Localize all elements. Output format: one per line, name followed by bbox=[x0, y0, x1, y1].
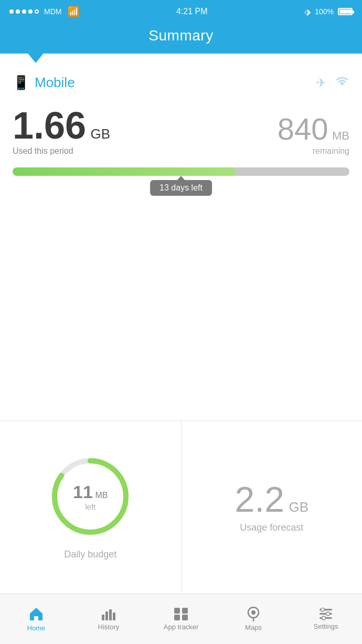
nav-item-app-tracker[interactable]: App tracker bbox=[145, 607, 217, 631]
battery-icon bbox=[338, 8, 353, 15]
nav-label-maps: Maps bbox=[245, 624, 262, 631]
wifi-status-icon: 📶 bbox=[68, 6, 79, 17]
svg-rect-8 bbox=[174, 615, 180, 620]
mobile-row: 📱 Mobile ✈ bbox=[13, 75, 349, 91]
nav-label-settings: Settings bbox=[314, 622, 338, 630]
mobile-phone-icon: 📱 bbox=[13, 75, 29, 91]
remaining-section: 840 MB remaining bbox=[278, 114, 349, 156]
progress-bar-fill bbox=[13, 167, 235, 176]
wifi-icon bbox=[335, 75, 349, 91]
battery-label: 100% bbox=[315, 7, 334, 16]
days-left-tooltip: 13 days left bbox=[150, 180, 212, 196]
signal-dot-2 bbox=[16, 9, 20, 14]
signal-dot-3 bbox=[22, 9, 26, 14]
remaining-unit: MB bbox=[332, 129, 349, 142]
used-unit: GB bbox=[91, 126, 111, 142]
home-icon bbox=[28, 606, 44, 622]
daily-budget-label: Daily budget bbox=[64, 549, 116, 560]
data-usage-row: 1.66 GB Used this period 840 MB remainin… bbox=[13, 107, 349, 156]
maps-icon bbox=[247, 607, 260, 621]
remaining-amount-row: 840 MB bbox=[278, 114, 349, 144]
nav-item-home[interactable]: Home bbox=[0, 606, 72, 632]
signal-dot-5 bbox=[35, 9, 39, 14]
svg-point-16 bbox=[326, 612, 330, 616]
svg-point-17 bbox=[322, 616, 326, 620]
bluetooth-icon: ⬗ bbox=[304, 7, 311, 17]
used-section: 1.66 GB Used this period bbox=[13, 107, 110, 156]
svg-rect-9 bbox=[182, 615, 188, 620]
carrier-label: MDM bbox=[44, 7, 61, 16]
used-amount-row: 1.66 GB bbox=[13, 107, 110, 144]
svg-rect-5 bbox=[113, 613, 115, 620]
forecast-label: Usage forecast bbox=[240, 522, 303, 533]
svg-rect-6 bbox=[174, 608, 180, 614]
status-left: MDM 📶 bbox=[9, 6, 79, 17]
app-tracker-icon bbox=[174, 607, 188, 621]
remaining-label: remaining bbox=[278, 146, 349, 156]
status-bar: MDM 📶 4:21 PM ⬗ 100% bbox=[0, 0, 362, 23]
daily-budget-chart: 11 MB left bbox=[48, 455, 132, 539]
svg-point-11 bbox=[251, 610, 255, 615]
svg-rect-4 bbox=[109, 609, 112, 620]
svg-point-15 bbox=[321, 608, 325, 611]
svg-rect-2 bbox=[102, 615, 104, 620]
nav-label-app-tracker: App tracker bbox=[164, 623, 198, 631]
history-icon bbox=[101, 607, 116, 621]
nav-item-settings[interactable]: Settings bbox=[290, 608, 362, 630]
nav-item-history[interactable]: History bbox=[72, 607, 145, 631]
status-time: 4:21 PM bbox=[176, 7, 208, 16]
progress-bar-background bbox=[13, 167, 349, 176]
settings-icon bbox=[318, 608, 333, 620]
nav-label-home: Home bbox=[27, 624, 46, 632]
header-title: Summary bbox=[0, 27, 362, 44]
battery-fill bbox=[339, 9, 352, 14]
mobile-label: Mobile bbox=[35, 75, 75, 91]
circle-amount: 11 bbox=[73, 482, 93, 502]
main-content: 📱 Mobile ✈ 1.66 GB Used this period bbox=[0, 54, 362, 176]
svg-rect-3 bbox=[105, 611, 108, 620]
forecast-unit: GB bbox=[289, 499, 308, 515]
header-arrow bbox=[26, 51, 45, 63]
remaining-amount: 840 bbox=[278, 112, 328, 146]
header: Summary bbox=[0, 23, 362, 54]
signal-dot-1 bbox=[9, 9, 14, 14]
mobile-right: ✈ bbox=[316, 75, 349, 91]
nav-label-history: History bbox=[98, 623, 119, 631]
signal-dot-4 bbox=[28, 9, 33, 14]
mobile-left: 📱 Mobile bbox=[13, 75, 75, 91]
circle-sub: left bbox=[73, 502, 108, 511]
bottom-navigation: Home History App tracker Maps bbox=[0, 594, 362, 644]
status-right: ⬗ 100% bbox=[304, 7, 353, 17]
forecast-amount-row: 2.2 GB bbox=[235, 481, 308, 517]
svg-rect-7 bbox=[182, 608, 188, 614]
forecast-amount: 2.2 bbox=[235, 479, 284, 519]
circle-center: 11 MB left bbox=[73, 482, 108, 511]
nav-item-maps[interactable]: Maps bbox=[217, 607, 290, 631]
bottom-panels: 11 MB left Daily budget 2.2 GB Usage for… bbox=[0, 420, 362, 594]
circle-unit: MB bbox=[95, 491, 108, 500]
used-amount: 1.66 bbox=[13, 104, 86, 146]
airplane-icon: ✈ bbox=[316, 76, 326, 90]
progress-container: 13 days left bbox=[13, 167, 349, 176]
daily-budget-panel: 11 MB left Daily budget bbox=[0, 421, 182, 594]
circle-amount-row: 11 MB bbox=[73, 482, 108, 502]
used-label: Used this period bbox=[13, 146, 110, 156]
forecast-panel: 2.2 GB Usage forecast bbox=[182, 421, 363, 594]
